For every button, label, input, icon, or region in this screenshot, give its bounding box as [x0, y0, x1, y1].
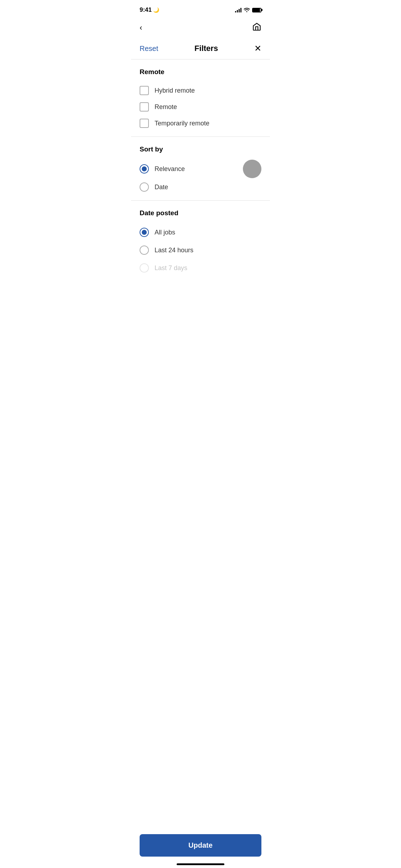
status-time: 9:41 — [140, 6, 152, 14]
back-button[interactable]: ‹ — [138, 22, 144, 34]
last-7-days-label: Last 7 days — [155, 264, 187, 272]
all-jobs-label: All jobs — [155, 229, 175, 236]
status-bar: 9:41 🌙 — [131, 0, 270, 18]
reset-button[interactable]: Reset — [140, 45, 158, 53]
last-7-days-option[interactable]: Last 7 days — [140, 259, 261, 277]
filter-header: Reset Filters ✕ — [131, 39, 270, 59]
hybrid-remote-checkbox[interactable] — [140, 86, 149, 95]
status-icons — [235, 7, 261, 13]
remote-section-title: Remote — [140, 68, 261, 76]
date-label: Date — [155, 184, 168, 191]
home-button[interactable] — [251, 21, 263, 35]
last-24-hours-label: Last 24 hours — [155, 247, 193, 254]
last-7-days-radio[interactable] — [140, 263, 149, 273]
relevance-option[interactable]: Relevance — [140, 160, 243, 178]
nav-bar: ‹ — [131, 18, 270, 39]
sort-by-section: Sort by Relevance Date — [131, 137, 270, 200]
remote-checkbox[interactable] — [140, 102, 149, 112]
all-jobs-option[interactable]: All jobs — [140, 223, 261, 241]
page-title: Filters — [194, 44, 218, 53]
date-posted-section: Date posted All jobs Last 24 hours Last … — [131, 201, 270, 280]
last-24-hours-option[interactable]: Last 24 hours — [140, 241, 261, 259]
signal-icon — [235, 7, 241, 12]
temporarily-remote-option[interactable]: Temporarily remote — [140, 115, 261, 134]
last-24-hours-radio[interactable] — [140, 246, 149, 255]
all-jobs-radio[interactable] — [140, 228, 149, 237]
relevance-radio-dot — [142, 166, 147, 171]
hybrid-remote-option[interactable]: Hybrid remote — [140, 82, 261, 99]
sort-toggle[interactable] — [243, 160, 261, 178]
sort-by-section-title: Sort by — [140, 145, 261, 153]
remote-option[interactable]: Remote — [140, 99, 261, 115]
relevance-radio[interactable] — [140, 164, 149, 174]
wifi-icon — [244, 7, 250, 13]
hybrid-remote-label: Hybrid remote — [155, 87, 195, 94]
remote-label: Remote — [155, 103, 177, 111]
relevance-row: Relevance — [140, 160, 261, 178]
temporarily-remote-label: Temporarily remote — [155, 120, 209, 127]
date-posted-section-title: Date posted — [140, 209, 261, 217]
moon-icon: 🌙 — [153, 7, 159, 13]
temporarily-remote-checkbox[interactable] — [140, 119, 149, 128]
remote-section: Remote Hybrid remote Remote Temporarily … — [131, 60, 270, 136]
all-jobs-radio-dot — [142, 230, 147, 235]
date-option[interactable]: Date — [140, 178, 261, 197]
battery-icon — [252, 8, 261, 12]
date-radio[interactable] — [140, 182, 149, 192]
close-button[interactable]: ✕ — [254, 43, 261, 53]
relevance-label: Relevance — [155, 165, 185, 173]
